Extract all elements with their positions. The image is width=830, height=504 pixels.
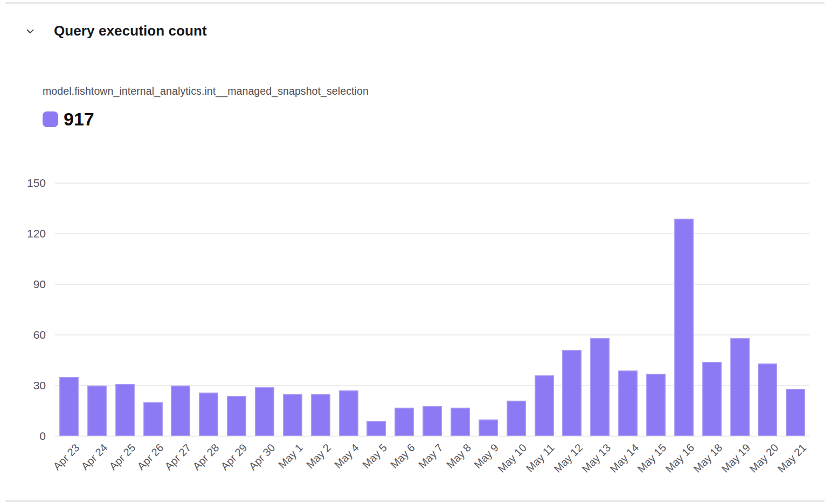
bar-may-10[interactable] (507, 401, 526, 436)
bar-slot: May 7 (418, 183, 446, 436)
bar-slot: Apr 27 (167, 183, 195, 436)
x-tick-label: May 8 (444, 442, 473, 471)
bar-slot: May 13 (586, 183, 614, 436)
bar-apr-25[interactable] (115, 384, 135, 436)
bar-slot: May 18 (698, 183, 726, 436)
bar-may-5[interactable] (366, 421, 386, 436)
bar-slot: May 6 (390, 183, 418, 436)
bar-slot: May 19 (726, 183, 754, 436)
x-tick-label: May 2 (304, 442, 334, 471)
bar-slot: May 9 (474, 183, 502, 436)
bar-slot: May 15 (642, 183, 670, 436)
bar-apr-29[interactable] (227, 396, 246, 436)
bar-apr-24[interactable] (87, 386, 107, 436)
bar-slot: May 11 (530, 183, 558, 436)
bar-slot: May 1 (279, 183, 307, 436)
bar-may-13[interactable] (590, 338, 610, 436)
bar-apr-23[interactable] (59, 377, 79, 436)
x-tick-label: May 15 (635, 442, 669, 475)
bar-slot: May 12 (558, 183, 586, 436)
x-tick-label: Apr 23 (51, 442, 82, 473)
bar-apr-28[interactable] (199, 393, 218, 436)
x-tick-label: May 6 (388, 442, 418, 471)
y-tick-label: 0 (0, 430, 46, 442)
bar-slot: Apr 24 (83, 183, 111, 436)
y-tick-label: 90 (0, 278, 46, 290)
y-tick-label: 150 (0, 177, 46, 189)
bar-apr-30[interactable] (255, 387, 274, 436)
bar-apr-27[interactable] (171, 386, 190, 436)
x-tick-label: May 14 (607, 442, 641, 475)
bar-slot: Apr 26 (139, 183, 167, 436)
bar-slot: Apr 30 (251, 183, 279, 436)
x-tick-label: May 19 (719, 442, 753, 475)
x-tick-label: Apr 27 (163, 442, 194, 473)
bar-may-20[interactable] (758, 363, 777, 436)
bar-may-1[interactable] (283, 394, 302, 436)
bar-slots: Apr 23Apr 24Apr 25Apr 26Apr 27Apr 28Apr … (55, 183, 810, 436)
bottom-divider (5, 500, 825, 502)
bar-chart: 1501209060300 Apr 23Apr 24Apr 25Apr 26Ap… (0, 0, 830, 504)
bar-slot: May 4 (335, 183, 363, 436)
bar-slot: May 21 (781, 183, 810, 436)
x-tick-label: Apr 28 (191, 442, 222, 473)
bar-may-18[interactable] (702, 362, 722, 436)
x-tick-label: May 20 (747, 442, 781, 475)
bar-may-15[interactable] (646, 374, 666, 436)
bar-slot: May 2 (307, 183, 335, 436)
x-tick-label: May 16 (663, 442, 697, 475)
x-tick-label: May 11 (524, 442, 557, 475)
x-tick-label: May 12 (551, 442, 585, 475)
y-tick-label: 60 (0, 329, 46, 341)
x-tick-label: Apr 25 (107, 442, 138, 473)
bar-may-16[interactable] (674, 219, 694, 436)
bar-may-11[interactable] (535, 375, 554, 436)
bar-slot: Apr 28 (195, 183, 223, 436)
bar-may-8[interactable] (451, 408, 470, 436)
plot-area: Apr 23Apr 24Apr 25Apr 26Apr 27Apr 28Apr … (55, 183, 810, 436)
bar-may-14[interactable] (618, 370, 638, 436)
bar-slot: Apr 23 (55, 183, 83, 436)
x-tick-label: Apr 26 (135, 442, 166, 473)
x-tick-label: May 10 (495, 442, 529, 475)
bar-slot: May 16 (670, 183, 698, 436)
bar-may-21[interactable] (786, 389, 805, 436)
x-tick-label: May 18 (691, 442, 725, 475)
y-tick-label: 30 (0, 380, 46, 391)
bar-slot: May 8 (446, 183, 474, 436)
bar-may-4[interactable] (339, 390, 358, 436)
x-tick-label: May 4 (332, 442, 362, 471)
x-tick-label: May 7 (416, 442, 446, 471)
x-tick-label: May 21 (775, 442, 809, 475)
bar-apr-26[interactable] (143, 402, 163, 436)
bar-slot: May 10 (502, 183, 530, 436)
x-tick-label: May 5 (360, 442, 390, 471)
y-tick-label: 120 (0, 228, 46, 240)
x-tick-label: Apr 29 (218, 442, 250, 473)
bar-may-9[interactable] (479, 419, 498, 436)
bar-may-7[interactable] (423, 406, 442, 436)
bar-may-19[interactable] (730, 338, 750, 436)
bar-may-2[interactable] (311, 394, 330, 436)
bar-slot: May 20 (753, 183, 781, 436)
bar-slot: May 14 (614, 183, 642, 436)
bar-may-12[interactable] (562, 350, 582, 436)
bar-slot: May 5 (362, 183, 390, 436)
bar-slot: Apr 29 (223, 183, 251, 436)
x-tick-label: Apr 30 (246, 442, 278, 473)
bar-slot: Apr 25 (111, 183, 139, 436)
x-tick-label: May 1 (276, 442, 306, 471)
bar-may-6[interactable] (395, 408, 414, 436)
x-tick-label: Apr 24 (79, 442, 110, 473)
x-tick-label: May 13 (579, 442, 613, 475)
